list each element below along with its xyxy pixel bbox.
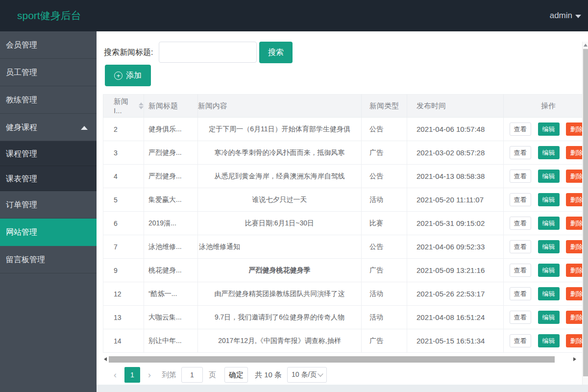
scroll-up-arrow-icon[interactable] — [584, 44, 588, 47]
cell-news-content: 由严烈健身精英团操教练团队共同演绎了这 — [198, 282, 362, 306]
delete-button[interactable]: 删除 — [566, 146, 583, 159]
delete-button[interactable]: 删除 — [566, 264, 583, 277]
top-header: sport健身后台 admin — [0, 0, 588, 31]
cell-publish-time: 2021-04-13 08:58:38 — [407, 165, 504, 188]
edit-button[interactable]: 编辑 — [538, 122, 560, 136]
view-button[interactable]: 查看 — [510, 240, 531, 253]
cell-news-title: 2019淄... — [144, 212, 198, 235]
sidebar-item-5[interactable]: 课程管理 — [0, 141, 97, 166]
cell-news-content: 9.7日，我们邀请到了6位健身界的传奇人物 — [198, 306, 362, 329]
view-button[interactable]: 查看 — [510, 146, 531, 159]
edit-button[interactable]: 编辑 — [538, 170, 560, 183]
cell-news-id: 7 — [103, 235, 144, 259]
edit-button[interactable]: 编辑 — [538, 193, 560, 206]
col-header-time: 发布时间 — [407, 95, 504, 118]
cell-actions: 查看编辑删除 — [504, 165, 583, 188]
view-button[interactable]: 查看 — [510, 122, 531, 136]
next-page-button[interactable]: › — [143, 370, 156, 380]
sidebar-item-4[interactable]: 健身课程 — [0, 114, 97, 141]
table-row: 2健身俱乐...定于下周一（6月11日）开始体育部学生健身俱公告2021-04-… — [103, 118, 583, 141]
cell-news-title: 严烈健身... — [144, 141, 198, 165]
sidebar-item-label: 订单管理 — [6, 200, 37, 209]
horizontal-scrollbar[interactable] — [103, 356, 582, 363]
scroll-left-arrow-icon[interactable] — [104, 357, 107, 361]
vertical-scrollbar[interactable] — [582, 42, 588, 385]
sidebar-item-label: 会员管理 — [6, 41, 37, 49]
col-header-news-id[interactable]: 新闻I... — [103, 95, 144, 118]
table-row: 13大咖云集...9.7日，我们邀请到了6位健身界的传奇人物活动2021-04-… — [103, 306, 583, 329]
delete-button[interactable]: 删除 — [566, 287, 583, 300]
page: sport健身后台 admin 会员管理员工管理教练管理健身课程课程管理课表管理… — [0, 0, 588, 392]
view-button[interactable]: 查看 — [510, 287, 531, 300]
cell-news-id: 6 — [103, 212, 144, 235]
sidebar-item-label: 网站管理 — [6, 228, 37, 236]
sort-icon[interactable] — [139, 102, 144, 109]
view-button[interactable]: 查看 — [510, 170, 531, 183]
table-row: 14别让中年...2017年12月,《中国青年报》调查称,抽样广告2021-05… — [103, 329, 583, 353]
user-menu[interactable]: admin — [550, 0, 581, 31]
delete-button[interactable]: 删除 — [566, 122, 583, 136]
cell-news-id: 5 — [103, 188, 144, 212]
cell-news-id: 12 — [103, 282, 144, 306]
cell-news-content: 泳池维修通知 — [198, 235, 362, 259]
view-button[interactable]: 查看 — [510, 264, 531, 277]
view-button[interactable]: 查看 — [510, 217, 531, 230]
table-row: 3严烈健身...寒冷的冬季刺骨的冷风扑面而来，抵御风寒广告2021-03-02 … — [103, 141, 583, 165]
cell-news-title: 健身俱乐... — [144, 118, 198, 141]
cell-news-content: 谁说七夕只过一天 — [198, 188, 362, 212]
cell-news-content: 定于下周一（6月11日）开始体育部学生健身俱 — [198, 118, 362, 141]
prev-page-button[interactable]: ‹ — [109, 370, 122, 380]
delete-button[interactable]: 删除 — [566, 311, 583, 324]
sidebar-item-7[interactable]: 订单管理 — [0, 191, 97, 219]
sidebar-item-6[interactable]: 课表管理 — [0, 166, 97, 191]
cell-actions: 查看编辑删除 — [504, 306, 583, 329]
search-input[interactable] — [159, 42, 257, 63]
cell-news-type: 广告 — [362, 329, 407, 353]
sidebar-item-3[interactable]: 教练管理 — [0, 86, 97, 114]
cell-news-type: 公告 — [362, 235, 407, 259]
sidebar-item-8[interactable]: 网站管理 — [0, 219, 97, 246]
delete-button[interactable]: 删除 — [566, 334, 583, 347]
cell-news-type: 活动 — [362, 306, 407, 329]
delete-button[interactable]: 删除 — [566, 170, 583, 183]
edit-button[interactable]: 编辑 — [538, 287, 560, 300]
view-button[interactable]: 查看 — [510, 334, 531, 347]
edit-button[interactable]: 编辑 — [538, 311, 560, 324]
view-button[interactable]: 查看 — [510, 311, 531, 324]
delete-button[interactable]: 删除 — [566, 240, 583, 253]
search-button[interactable]: 搜索 — [259, 42, 293, 63]
sidebar-item-label: 课程管理 — [6, 149, 37, 158]
delete-button[interactable]: 删除 — [566, 217, 583, 230]
view-button[interactable]: 查看 — [510, 193, 531, 206]
page-number-input[interactable] — [181, 367, 203, 383]
cell-news-id: 3 — [103, 141, 144, 165]
edit-button[interactable]: 编辑 — [538, 217, 560, 230]
add-button-label: 添加 — [126, 71, 142, 81]
edit-button[interactable]: 编辑 — [538, 264, 560, 277]
col-header-content: 新闻内容 — [198, 95, 362, 118]
page-1-button[interactable]: 1 — [124, 367, 140, 383]
horizontal-scrollbar-thumb[interactable] — [109, 356, 555, 363]
edit-button[interactable]: 编辑 — [538, 240, 560, 253]
confirm-page-button[interactable]: 确定 — [224, 367, 248, 383]
sidebar-item-label: 健身课程 — [6, 123, 37, 131]
table-row: 4严烈健身...从悉尼到黄金海岸，经典澳洲东海岸自驾线公告2021-04-13 … — [103, 165, 583, 188]
sidebar-item-2[interactable]: 员工管理 — [0, 59, 97, 86]
delete-button[interactable]: 删除 — [566, 193, 583, 206]
news-table: 新闻I... 新闻标题 新闻内容 新闻类型 发布时间 操作 2健身俱乐...定于… — [103, 94, 582, 355]
sidebar-item-1[interactable]: 会员管理 — [0, 31, 97, 59]
vertical-scrollbar-thumb[interactable] — [583, 49, 588, 376]
scroll-right-arrow-icon[interactable] — [573, 357, 576, 361]
page-size-select[interactable]: 10 条/页 — [287, 367, 327, 383]
cell-news-content: 寒冷的冬季刺骨的冷风扑面而来，抵御风寒 — [198, 141, 362, 165]
cell-news-type: 广告 — [362, 141, 407, 165]
edit-button[interactable]: 编辑 — [538, 334, 560, 347]
cell-actions: 查看编辑删除 — [504, 188, 583, 212]
edit-button[interactable]: 编辑 — [538, 146, 560, 159]
cell-publish-time: 2021-04-06 09:52:33 — [407, 235, 504, 259]
sidebar-item-9[interactable]: 留言板管理 — [0, 246, 97, 273]
sidebar-item-label: 课表管理 — [6, 174, 37, 183]
add-button[interactable]: + 添加 — [105, 65, 151, 86]
cell-news-id: 2 — [103, 118, 144, 141]
cell-news-content: 2017年12月,《中国青年报》调查称,抽样 — [198, 329, 362, 353]
